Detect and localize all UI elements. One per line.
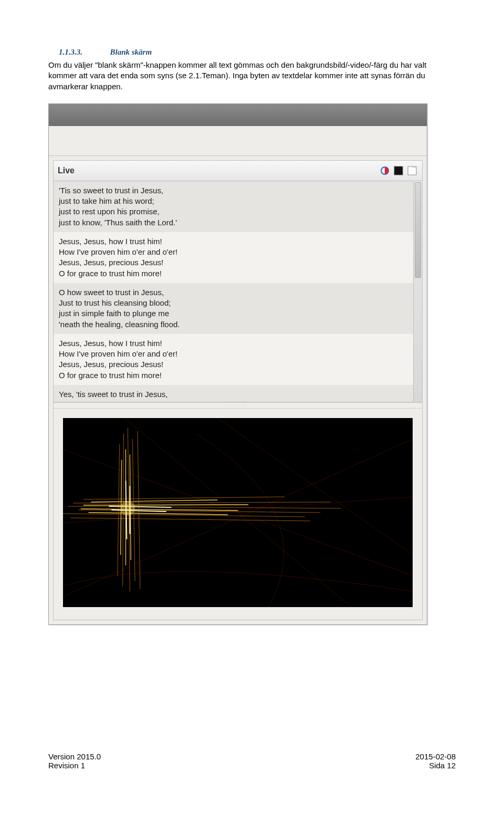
live-preview <box>63 418 413 607</box>
verse-block[interactable]: Yes, 'tis sweet to trust in Jesus, <box>54 385 422 402</box>
section-number: 1.1.3.3. <box>59 48 82 56</box>
verse-block[interactable]: 'Tis so sweet to trust in Jesus, just to… <box>54 181 422 232</box>
scroll-thumb[interactable] <box>415 182 421 278</box>
page-footer: Version 2015.0 Revision 1 2015-02-08 Sid… <box>48 752 456 770</box>
section-heading: 1.1.3.3. Blank skärm <box>59 47 456 57</box>
body-paragraph: Om du väljer "blank skärm"-knappen komme… <box>48 60 456 92</box>
footer-date: 2015-02-08 <box>415 752 456 761</box>
verse-block[interactable]: Jesus, Jesus, how I trust him! How I've … <box>54 232 422 283</box>
svg-line-15 <box>83 505 248 505</box>
scrollbar[interactable]: ▲ <box>413 181 422 402</box>
svg-rect-1 <box>394 166 403 175</box>
app-toolbar <box>49 126 427 156</box>
svg-point-31 <box>121 501 135 516</box>
show-desktop-icon[interactable] <box>406 165 418 176</box>
footer-version: Version 2015.0 <box>48 752 101 761</box>
theme-icon[interactable] <box>379 165 391 176</box>
section-title: Blank skärm <box>110 48 152 56</box>
app-menubar <box>49 104 427 126</box>
verse-block[interactable]: Jesus, Jesus, how I trust him! How I've … <box>54 334 422 385</box>
application-window: Live <box>48 103 427 625</box>
verse-block[interactable]: O how sweet to trust in Jesus, Just to t… <box>54 283 422 334</box>
splitter-handle[interactable]: · · · <box>54 402 422 409</box>
footer-page: Sida 12 <box>415 761 456 770</box>
preview-area <box>54 409 422 620</box>
blank-screen-icon[interactable] <box>393 165 404 176</box>
verse-list[interactable]: 'Tis so sweet to trust in Jesus, just to… <box>54 181 422 402</box>
footer-revision: Revision 1 <box>48 761 101 770</box>
live-panel-header: Live <box>54 161 422 181</box>
live-panel-title: Live <box>58 166 75 175</box>
live-panel: Live <box>53 160 423 620</box>
